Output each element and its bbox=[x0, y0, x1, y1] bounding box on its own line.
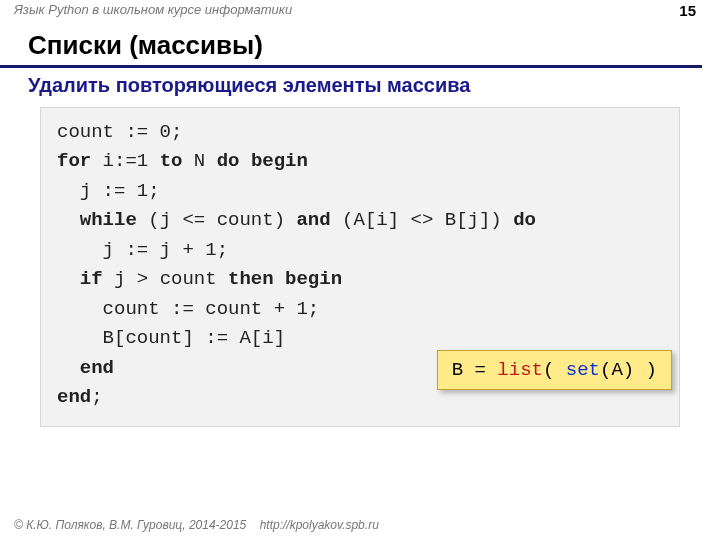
keyword-end: end bbox=[57, 386, 91, 408]
keyword-end: end bbox=[80, 357, 114, 379]
footer-url: http://kpolyakov.spb.ru bbox=[260, 518, 379, 532]
keyword-and: and bbox=[296, 209, 330, 231]
keyword-while: while bbox=[80, 209, 137, 231]
keyword-do: do bbox=[513, 209, 536, 231]
keyword-if: if bbox=[80, 268, 103, 290]
python-callout: B = list( set(A) ) bbox=[437, 350, 672, 390]
keyword-for: for bbox=[57, 150, 91, 172]
copyright: © К.Ю. Поляков, В.М. Гуровиц, 2014-2015 bbox=[14, 518, 246, 532]
code-line: B[count] := A[i] bbox=[57, 327, 285, 349]
code-line: j := j + 1; bbox=[57, 239, 228, 261]
page-number: 15 bbox=[679, 2, 696, 19]
footer: © К.Ю. Поляков, В.М. Гуровиц, 2014-2015 … bbox=[14, 518, 379, 532]
python-list: list bbox=[497, 359, 543, 381]
keyword-to: to bbox=[160, 150, 183, 172]
python-set: set bbox=[566, 359, 600, 381]
code-line: count := 0; bbox=[57, 121, 182, 143]
keyword-do-begin: do begin bbox=[217, 150, 308, 172]
page-title: Списки (массивы) bbox=[0, 22, 702, 68]
keyword-then-begin: then begin bbox=[228, 268, 342, 290]
code-line: count := count + 1; bbox=[57, 298, 319, 320]
code-line: j := 1; bbox=[57, 180, 160, 202]
course-label: Язык Python в школьном курсе информатики bbox=[14, 2, 292, 17]
subtitle: Удалить повторяющиеся элементы массива bbox=[0, 68, 720, 103]
